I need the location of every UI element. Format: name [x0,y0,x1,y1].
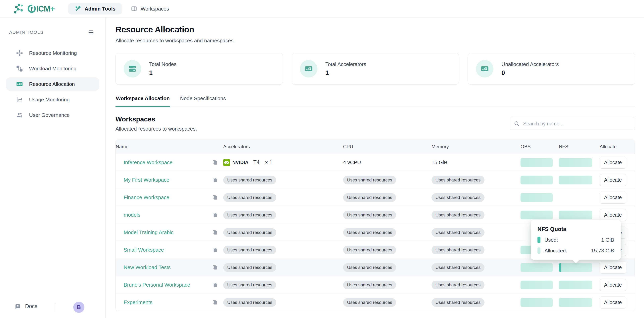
workspaces-icon [131,6,137,12]
stat-card: Unallocated Accelerators 0 [468,53,635,85]
workspace-name-link[interactable]: Finance Workspace [124,194,169,200]
workspace-name-link[interactable]: My First Workspace [124,177,169,183]
tooltip-swatch [538,237,540,243]
copy-icon[interactable] [212,177,218,183]
sidebar-item-workload-monitoring[interactable]: Workload Monitoring [6,62,99,75]
copy-icon[interactable] [212,159,218,165]
sidebar-item-label: Resource Monitoring [29,50,77,56]
workspace-name-link[interactable]: New Workload Tests [124,264,171,271]
brand-name: ICM+ [28,4,55,13]
shared-resources-badge: Uses shared resources [223,281,276,289]
shared-resources-badge: Uses shared resources [343,176,396,184]
gpu-icon [16,80,23,88]
search-box [510,117,635,130]
brand-logo[interactable]: ICM+ [13,3,55,15]
allocate-button[interactable]: Allocate [600,209,626,221]
obs-quota-bar[interactable] [520,281,553,289]
sidebar-item-user-governance[interactable]: User Governance [6,108,99,122]
copy-icon[interactable] [212,195,218,200]
copy-icon[interactable] [212,300,218,306]
shared-resources-badge: Uses shared resources [343,281,396,289]
allocate-button[interactable]: Allocate [600,157,626,168]
table-row: My First Workspace Uses shared resources… [116,171,635,189]
column-header-cpu: CPU [343,144,432,150]
brand-plus: + [50,4,54,13]
workspace-name-link[interactable]: models [124,212,140,218]
page-subtitle: Allocate resources to workspaces and nam… [116,37,644,44]
tooltip-value: 15.73 GiB [591,248,614,254]
stat-card: Total Accelerators 1 [292,53,459,85]
tooltip-label: Used: [544,237,558,243]
copy-icon[interactable] [212,212,218,218]
workspace-name-link[interactable]: Inference Workspace [124,159,172,165]
sidebar-item-resource-allocation[interactable]: Resource Allocation [6,77,99,91]
tab-node-specifications[interactable]: Node Specifications [180,94,226,107]
stat-cards: Total Nodes 1 Total Accelerators 1 Unall… [116,53,635,85]
nfs-quota-bar[interactable] [559,281,592,289]
workspace-name-link[interactable]: Experiments [124,299,152,306]
workspace-name-link[interactable]: Model Training Arabic [124,229,174,236]
table-row: New Workload Tests Uses shared resources… [116,259,635,276]
nfs-quota-bar[interactable] [559,263,592,272]
copy-icon[interactable] [212,247,218,253]
stat-card-label: Unallocated Accelerators [502,61,559,67]
stat-card: Total Nodes 1 [116,53,283,85]
collapse-menu-icon[interactable] [88,29,94,36]
shared-resources-badge: Uses shared resources [223,193,276,202]
shared-resources-badge: Uses shared resources [432,298,484,307]
allocate-button[interactable]: Allocate [600,297,626,309]
table-header-row: Name Accelerators CPU Memory OBS NFS All… [116,140,635,154]
search-input[interactable] [510,117,635,130]
workspace-name-link[interactable]: Bruno's Personal Workspace [124,282,190,288]
column-header-obs: OBS [520,144,559,150]
copy-icon[interactable] [212,230,218,236]
obs-quota-bar[interactable] [520,298,553,307]
sidebar-item-usage-monitoring[interactable]: Usage Monitoring [6,93,99,106]
allocate-button[interactable]: Allocate [600,262,626,274]
shared-resources-badge: Uses shared resources [223,228,276,237]
tooltip-title: NFS Quota [538,226,614,232]
table-row: Finance Workspace Uses shared resources … [116,189,635,206]
tooltip-label: Allocated: [544,248,567,254]
nfs-quota-bar[interactable] [559,211,592,219]
docs-link[interactable]: Docs [15,303,38,310]
nvidia-wordmark: NVIDIA [232,160,248,165]
obs-quota-bar[interactable] [520,263,553,272]
obs-quota-bar[interactable] [520,176,553,184]
brand-o-glyph [28,4,36,13]
obs-quota-bar[interactable] [520,158,553,167]
shared-resources-badge: Uses shared resources [343,298,396,307]
shared-resources-badge: Uses shared resources [432,246,484,254]
allocate-button[interactable]: Allocate [600,279,626,291]
section-title: Workspaces [116,115,197,123]
nfs-quota-bar[interactable] [559,176,592,184]
copy-icon[interactable] [212,265,218,271]
nav-admin-tools[interactable]: Admin Tools [68,3,122,14]
column-header-memory: Memory [432,144,520,150]
tooltip-row: Used: 1 GiB [538,237,614,243]
docs-label: Docs [25,303,38,310]
shared-resources-badge: Uses shared resources [223,176,276,184]
workspace-name-link[interactable]: Small Workspace [124,247,164,253]
nfs-quota-bar[interactable] [559,298,592,307]
copy-icon[interactable] [212,282,218,288]
gpu-count: x 1 [265,159,272,165]
obs-quota-bar[interactable] [520,211,553,219]
sidebar-footer: Docs B [0,299,105,318]
shared-resources-badge: Uses shared resources [432,211,484,219]
tab-workspace-allocation[interactable]: Workspace Allocation [116,94,170,107]
nfs-quota-bar[interactable] [559,158,592,167]
nav-workspaces[interactable]: Workspaces [131,6,169,12]
allocate-button[interactable]: Allocate [600,192,626,203]
obs-quota-bar[interactable] [520,193,553,202]
stat-card-value: 1 [326,69,366,77]
user-avatar[interactable]: B [73,302,84,313]
chart-icon [16,96,23,103]
sidebar-item-label: Usage Monitoring [29,97,70,103]
brand-letters: ICM [36,4,50,13]
sidebar-item-resource-monitoring[interactable]: Resource Monitoring [6,46,99,60]
stat-card-value: 0 [502,69,559,77]
shared-resources-badge: Uses shared resources [432,263,484,272]
shared-resources-badge: Uses shared resources [432,176,484,184]
allocate-button[interactable]: Allocate [600,174,626,186]
